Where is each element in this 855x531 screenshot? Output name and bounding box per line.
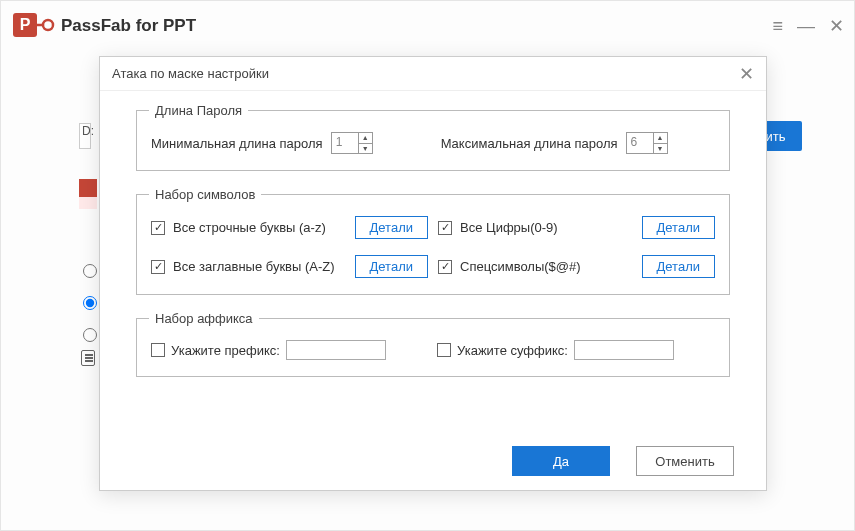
uppercase-detail-button[interactable]: Детали bbox=[355, 255, 429, 278]
app-logo: P bbox=[13, 8, 55, 44]
password-length-legend: Длина Пароля bbox=[149, 103, 248, 118]
list-icon bbox=[81, 350, 95, 366]
affix-group: Набор аффикса Укажите префикс: Укажите с… bbox=[136, 311, 730, 377]
lowercase-checkbox[interactable] bbox=[151, 221, 165, 235]
password-length-group: Длина Пароля Минимальная длина пароля 1 … bbox=[136, 103, 730, 171]
dialog-header: Атака по маске настройки ✕ bbox=[100, 57, 766, 91]
attack-option-radio-1[interactable] bbox=[83, 264, 97, 278]
symbols-detail-button[interactable]: Детали bbox=[642, 255, 716, 278]
digits-checkbox[interactable] bbox=[438, 221, 452, 235]
main-window: P PassFab for PPT ≡ — ✕ D: вить Атака по… bbox=[0, 0, 855, 531]
min-length-value: 1 bbox=[332, 133, 358, 153]
background-tab-indicator bbox=[79, 179, 97, 197]
attack-option-radio-2[interactable] bbox=[83, 296, 97, 310]
dialog-footer: Да Отменить bbox=[512, 446, 734, 476]
digits-label: Все Цифры(0-9) bbox=[460, 220, 558, 235]
digits-detail-button[interactable]: Детали bbox=[642, 216, 716, 239]
symbols-checkbox[interactable] bbox=[438, 260, 452, 274]
dialog-title: Атака по маске настройки bbox=[112, 66, 269, 81]
lowercase-detail-button[interactable]: Детали bbox=[355, 216, 429, 239]
max-length-value: 6 bbox=[627, 133, 653, 153]
background-tab-highlight bbox=[79, 197, 97, 209]
symbols-label: Спецсимволы($@#) bbox=[460, 259, 581, 274]
mask-attack-settings-dialog: Атака по маске настройки ✕ Длина Пароля … bbox=[99, 56, 767, 491]
uppercase-checkbox[interactable] bbox=[151, 260, 165, 274]
lowercase-label: Все строчные буквы (a-z) bbox=[173, 220, 326, 235]
suffix-input[interactable] bbox=[574, 340, 674, 360]
cancel-button[interactable]: Отменить bbox=[636, 446, 734, 476]
svg-text:P: P bbox=[20, 16, 31, 33]
title-bar: P PassFab for PPT ≡ — ✕ bbox=[1, 1, 854, 51]
file-path-input[interactable]: D: bbox=[79, 123, 91, 149]
close-icon[interactable]: ✕ bbox=[829, 17, 844, 35]
min-length-spinner[interactable]: 1 ▲ ▼ bbox=[331, 132, 373, 154]
max-length-spinner[interactable]: 6 ▲ ▼ bbox=[626, 132, 668, 154]
charset-legend: Набор символов bbox=[149, 187, 261, 202]
min-length-label: Минимальная длина пароля bbox=[151, 136, 323, 151]
charset-symbols-row: Спецсимволы($@#) Детали bbox=[438, 255, 715, 278]
charset-digits-row: Все Цифры(0-9) Детали bbox=[438, 216, 715, 239]
uppercase-label: Все заглавные буквы (A-Z) bbox=[173, 259, 335, 274]
min-length-up-icon[interactable]: ▲ bbox=[359, 133, 372, 143]
max-length-label: Максимальная длина пароля bbox=[441, 136, 618, 151]
suffix-checkbox[interactable] bbox=[437, 343, 451, 357]
min-length-down-icon[interactable]: ▼ bbox=[359, 143, 372, 154]
charset-lowercase-row: Все строчные буквы (a-z) Детали bbox=[151, 216, 428, 239]
minimize-icon[interactable]: — bbox=[797, 17, 815, 35]
prefix-label: Укажите префикс: bbox=[171, 343, 280, 358]
dialog-body: Длина Пароля Минимальная длина пароля 1 … bbox=[100, 91, 766, 377]
menu-icon[interactable]: ≡ bbox=[772, 17, 783, 35]
suffix-label: Укажите суффикс: bbox=[457, 343, 568, 358]
max-length-up-icon[interactable]: ▲ bbox=[654, 133, 667, 143]
charset-uppercase-row: Все заглавные буквы (A-Z) Детали bbox=[151, 255, 428, 278]
affix-legend: Набор аффикса bbox=[149, 311, 259, 326]
max-length-down-icon[interactable]: ▼ bbox=[654, 143, 667, 154]
prefix-checkbox[interactable] bbox=[151, 343, 165, 357]
dialog-close-icon[interactable]: ✕ bbox=[739, 65, 754, 83]
charset-group: Набор символов Все строчные буквы (a-z) … bbox=[136, 187, 730, 295]
svg-point-2 bbox=[43, 20, 53, 30]
attack-option-radio-3[interactable] bbox=[83, 328, 97, 342]
prefix-input[interactable] bbox=[286, 340, 386, 360]
app-title: PassFab for PPT bbox=[61, 16, 196, 36]
window-controls: ≡ — ✕ bbox=[772, 17, 844, 35]
ok-button[interactable]: Да bbox=[512, 446, 610, 476]
